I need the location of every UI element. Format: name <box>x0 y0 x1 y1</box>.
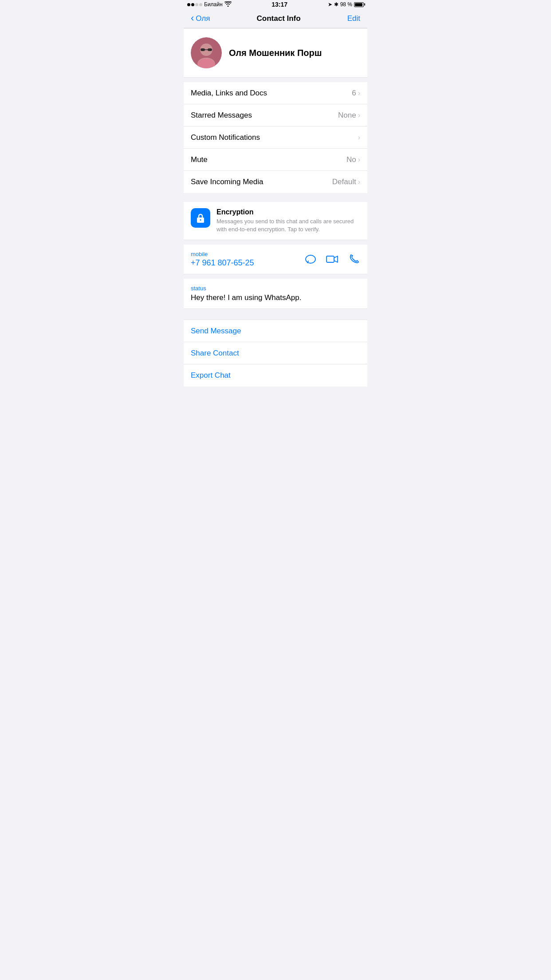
spacer-4 <box>184 274 367 279</box>
menu-item-starred[interactable]: Starred Messages None › <box>184 104 367 126</box>
status-section: status Hey there! I am using WhatsApp. <box>184 279 367 309</box>
chevron-icon-media: › <box>358 89 360 97</box>
message-icon <box>304 253 317 265</box>
menu-item-save-media[interactable]: Save Incoming Media Default › <box>184 171 367 193</box>
signal-dot-1 <box>187 3 190 6</box>
video-icon <box>326 253 339 265</box>
encryption-section[interactable]: Encryption Messages you send to this cha… <box>184 202 367 240</box>
menu-right-save-media: Default › <box>332 178 360 186</box>
menu-section: Media, Links and Docs 6 › Starred Messag… <box>184 82 367 193</box>
video-call-button[interactable] <box>326 253 339 265</box>
status-label: status <box>191 285 360 292</box>
nav-title: Contact Info <box>257 14 301 23</box>
nav-bar: ‹ Оля Contact Info Edit <box>184 9 367 28</box>
encryption-description: Messages you send to this chat and calls… <box>216 217 360 233</box>
wifi-icon <box>224 1 232 8</box>
status-right: ➤ ✱ 98 % <box>328 1 364 8</box>
starred-value: None <box>338 111 356 120</box>
menu-item-mute[interactable]: Mute No › <box>184 149 367 171</box>
menu-label-save-media: Save Incoming Media <box>191 178 263 186</box>
phone-info: mobile +7 961 807-65-25 <box>191 251 254 268</box>
menu-right-media: 6 › <box>352 89 360 98</box>
status-text: Hey there! I am using WhatsApp. <box>191 293 360 302</box>
send-message-button[interactable]: Send Message <box>184 320 367 342</box>
menu-label-starred: Starred Messages <box>191 111 252 120</box>
menu-label-media: Media, Links and Docs <box>191 89 267 98</box>
phone-actions <box>304 253 360 265</box>
contact-name: Оля Мошенник Порш <box>229 48 322 58</box>
share-contact-label: Share Contact <box>191 349 239 358</box>
battery-percent: 98 % <box>340 1 352 8</box>
carrier-name: Билайн <box>204 1 223 8</box>
lock-icon-wrap <box>191 208 210 228</box>
avatar <box>191 37 222 68</box>
spacer-3 <box>184 240 367 245</box>
svg-rect-3 <box>201 48 205 51</box>
back-button[interactable]: ‹ Оля <box>191 14 210 23</box>
location-icon: ➤ <box>328 1 332 8</box>
save-media-value: Default <box>332 178 356 186</box>
chevron-icon-save-media: › <box>358 178 360 186</box>
signal-dot-3 <box>195 3 198 6</box>
phone-icon <box>348 253 360 265</box>
chevron-icon-mute: › <box>358 156 360 164</box>
back-label: Оля <box>196 14 210 23</box>
export-chat-button[interactable]: Export Chat <box>184 364 367 387</box>
spacer-1 <box>184 78 367 82</box>
signal-strength <box>187 3 202 6</box>
svg-point-8 <box>200 219 201 221</box>
call-button[interactable] <box>348 253 360 265</box>
encryption-title: Encryption <box>216 208 360 216</box>
signal-dot-2 <box>191 3 194 6</box>
phone-number[interactable]: +7 961 807-65-25 <box>191 258 254 268</box>
status-time: 13:17 <box>272 1 287 8</box>
chevron-left-icon: ‹ <box>191 13 194 23</box>
spacer-2 <box>184 193 367 198</box>
menu-label-notifications: Custom Notifications <box>191 133 260 142</box>
signal-dot-4 <box>199 3 202 6</box>
svg-rect-4 <box>208 48 212 51</box>
encryption-text: Encryption Messages you send to this cha… <box>216 208 360 233</box>
lock-icon <box>195 212 206 224</box>
menu-right-mute: No › <box>346 155 360 164</box>
chevron-icon-starred: › <box>358 111 360 119</box>
svg-rect-10 <box>327 256 334 262</box>
profile-section: Оля Мошенник Порш <box>184 28 367 78</box>
status-left: Билайн <box>187 1 232 8</box>
phone-section: mobile +7 961 807-65-25 <box>184 245 367 274</box>
export-chat-label: Export Chat <box>191 371 231 380</box>
chevron-icon-notifications: › <box>358 134 360 142</box>
status-bar: Билайн 13:17 ➤ ✱ 98 % <box>184 0 367 9</box>
message-button[interactable] <box>304 253 317 265</box>
menu-item-notifications[interactable]: Custom Notifications › <box>184 126 367 149</box>
menu-label-mute: Mute <box>191 155 208 164</box>
menu-item-media[interactable]: Media, Links and Docs 6 › <box>184 82 367 104</box>
menu-right-notifications: › <box>358 134 360 142</box>
avatar-image <box>191 37 222 68</box>
edit-button[interactable]: Edit <box>347 14 360 23</box>
svg-point-9 <box>306 255 315 263</box>
send-message-label: Send Message <box>191 327 241 336</box>
media-count: 6 <box>352 89 356 98</box>
share-contact-button[interactable]: Share Contact <box>184 342 367 364</box>
actions-section: Send Message Share Contact Export Chat <box>184 320 367 387</box>
bluetooth-icon: ✱ <box>334 1 338 8</box>
mute-value: No <box>346 155 356 164</box>
battery-icon <box>354 2 364 7</box>
menu-right-starred: None › <box>338 111 360 120</box>
phone-label: mobile <box>191 251 254 257</box>
